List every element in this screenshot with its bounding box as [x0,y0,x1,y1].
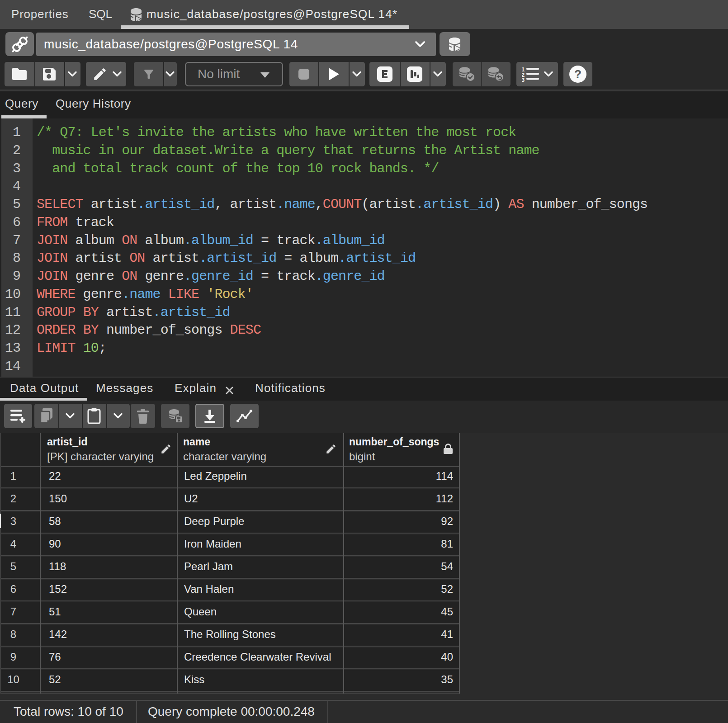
svg-text:3: 3 [522,76,525,82]
svg-text:?: ? [574,67,581,81]
